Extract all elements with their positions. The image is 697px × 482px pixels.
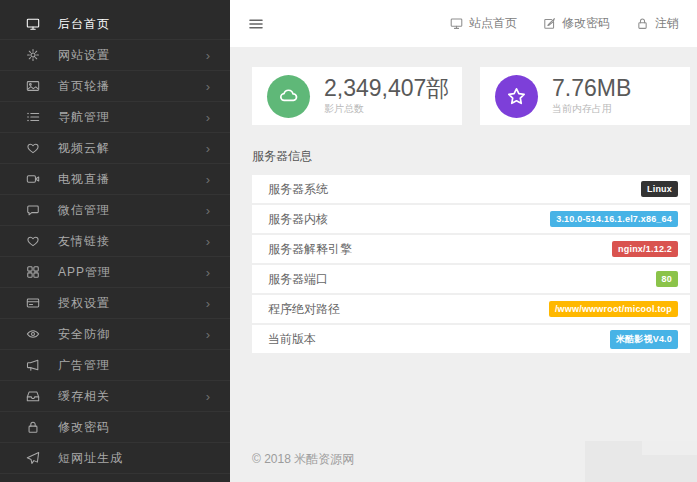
server-row-version: 当前版本 米酷影视V4.0 (252, 325, 690, 353)
chevron-right-icon: › (206, 111, 210, 124)
megaphone-icon (25, 358, 40, 373)
hamburger-menu-icon[interactable] (248, 16, 264, 32)
sidebar-item-tv-live[interactable]: 电视直播 › (0, 164, 230, 195)
sidebar-item-label: 广告管理 (58, 357, 110, 374)
star-icon (495, 75, 538, 118)
server-row-label: 服务器系统 (268, 181, 328, 198)
stat-card-total-films: 2,349,407部 影片总数 (252, 67, 462, 125)
stat-value: 2,349,407部 (324, 76, 449, 100)
watermark-block (585, 441, 697, 482)
server-row-label: 服务器端口 (268, 271, 328, 288)
sidebar-item-dashboard[interactable]: 后台首页 (0, 9, 230, 40)
paper-plane-icon (25, 451, 40, 466)
sidebar-item-label: 首页轮播 (58, 78, 110, 95)
server-row-kernel: 服务器内核 3.10.0-514.16.1.el7.x86_64 (252, 205, 690, 233)
stat-value: 7.76MB (552, 76, 631, 100)
sidebar: 后台首页 网站设置 › 首页轮播 › 导航管理 › 视频云解 › 电视直播 › (0, 0, 230, 482)
chevron-right-icon: › (206, 297, 210, 310)
monitor-icon (450, 17, 464, 31)
server-row-port: 服务器端口 80 (252, 265, 690, 293)
sidebar-item-label: APP管理 (58, 264, 111, 281)
gear-icon (25, 48, 40, 63)
lock-icon (636, 17, 650, 31)
monitor-icon (25, 17, 40, 32)
sidebar-item-security-defense[interactable]: 安全防御 › (0, 319, 230, 350)
cache-box-icon (25, 389, 40, 404)
chevron-right-icon: › (206, 49, 210, 62)
header-link-label: 站点首页 (469, 15, 517, 32)
server-row-engine: 服务器解释引擎 nginx/1.12.2 (252, 235, 690, 263)
chevron-right-icon: › (206, 328, 210, 341)
header-link-label: 注销 (655, 15, 679, 32)
stat-cards: 2,349,407部 影片总数 7.76MB 当前内存占用 (252, 67, 690, 125)
sidebar-item-label: 后台首页 (58, 16, 110, 33)
chevron-right-icon: › (206, 173, 210, 186)
sidebar-item-label: 友情链接 (58, 233, 110, 250)
chevron-right-icon: › (206, 142, 210, 155)
server-info-panel: 服务器系统 Linux 服务器内核 3.10.0-514.16.1.el7.x8… (252, 175, 690, 353)
server-info-title: 服务器信息 (252, 148, 690, 165)
stat-label: 影片总数 (324, 102, 449, 116)
header-link-site-home[interactable]: 站点首页 (450, 15, 517, 32)
chevron-right-icon: › (206, 266, 210, 279)
nav-list-icon (25, 110, 40, 125)
tv-icon (25, 172, 40, 187)
server-row-label: 程序绝对路径 (268, 301, 340, 318)
sidebar-item-short-url[interactable]: 短网址生成 (0, 443, 230, 474)
carousel-icon (25, 79, 40, 94)
sidebar-item-label: 授权设置 (58, 295, 110, 312)
sidebar-item-label: 视频云解 (58, 140, 110, 157)
sidebar-item-label: 修改密码 (58, 419, 110, 436)
server-row-system: 服务器系统 Linux (252, 175, 690, 203)
chevron-right-icon: › (206, 235, 210, 248)
header-link-logout[interactable]: 注销 (636, 15, 679, 32)
sidebar-item-label: 网站设置 (58, 47, 110, 64)
status-badge: 80 (656, 271, 678, 287)
main-area: 站点首页 修改密码 注销 2,349,4 (230, 0, 697, 482)
stat-label: 当前内存占用 (552, 102, 631, 116)
heart-icon (25, 234, 40, 249)
sidebar-item-wechat-management[interactable]: 微信管理 › (0, 195, 230, 226)
admin-dashboard: 后台首页 网站设置 › 首页轮播 › 导航管理 › 视频云解 › 电视直播 › (0, 0, 697, 482)
sidebar-item-authorization-settings[interactable]: 授权设置 › (0, 288, 230, 319)
status-badge: nginx/1.12.2 (612, 241, 678, 257)
status-badge: /www/wwwroot/micool.top (549, 301, 678, 317)
stat-card-text: 2,349,407部 影片总数 (324, 76, 449, 116)
cloud-icon (267, 75, 310, 118)
card-icon (25, 296, 40, 311)
sidebar-item-change-password[interactable]: 修改密码 (0, 412, 230, 443)
app-grid-icon (25, 265, 40, 280)
server-row-label: 服务器内核 (268, 211, 328, 228)
sidebar-item-video-cloud[interactable]: 视频云解 › (0, 133, 230, 164)
status-badge: 米酷影视V4.0 (610, 330, 678, 349)
header-link-label: 修改密码 (562, 15, 610, 32)
chevron-right-icon: › (206, 80, 210, 93)
sidebar-item-ad-management[interactable]: 广告管理 (0, 350, 230, 381)
sidebar-item-app-management[interactable]: APP管理 › (0, 257, 230, 288)
sidebar-item-label: 短网址生成 (58, 450, 123, 467)
heart-icon (25, 141, 40, 156)
sidebar-item-label: 导航管理 (58, 109, 110, 126)
status-badge: Linux (641, 181, 678, 197)
sidebar-item-cache[interactable]: 缓存相关 › (0, 381, 230, 412)
sidebar-item-site-settings[interactable]: 网站设置 › (0, 40, 230, 71)
header-links: 站点首页 修改密码 注销 (450, 15, 687, 32)
edit-icon (543, 17, 557, 31)
content-area: 2,349,407部 影片总数 7.76MB 当前内存占用 服务器信息 (230, 47, 697, 482)
chat-icon (25, 203, 40, 218)
copyright-text: © 2018 米酷资源网 (252, 451, 354, 468)
sidebar-item-nav-management[interactable]: 导航管理 › (0, 102, 230, 133)
server-row-label: 当前版本 (268, 331, 316, 348)
lock-icon (25, 420, 40, 435)
top-header: 站点首页 修改密码 注销 (230, 0, 697, 47)
server-row-path: 程序绝对路径 /www/wwwroot/micool.top (252, 295, 690, 323)
chevron-right-icon: › (206, 204, 210, 217)
header-link-change-password[interactable]: 修改密码 (543, 15, 610, 32)
sidebar-item-home-carousel[interactable]: 首页轮播 › (0, 71, 230, 102)
server-row-label: 服务器解释引擎 (268, 241, 352, 258)
eye-icon (25, 327, 40, 342)
sidebar-item-label: 微信管理 (58, 202, 110, 219)
sidebar-item-label: 电视直播 (58, 171, 110, 188)
sidebar-item-friend-links[interactable]: 友情链接 › (0, 226, 230, 257)
stat-card-memory-usage: 7.76MB 当前内存占用 (480, 67, 690, 125)
